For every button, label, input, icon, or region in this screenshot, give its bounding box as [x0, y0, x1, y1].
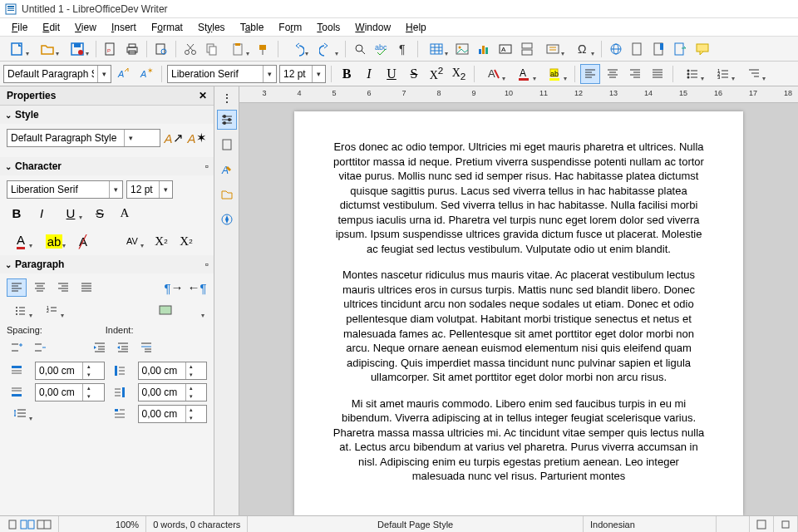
copy-button[interactable] — [202, 39, 222, 59]
new-style-button[interactable]: A✶ — [136, 64, 156, 84]
increase-indent-icon[interactable] — [90, 338, 110, 357]
hanging-indent-icon[interactable] — [136, 338, 156, 357]
insert-hyperlink-button[interactable] — [606, 39, 626, 59]
decrease-indent-icon[interactable] — [113, 338, 133, 357]
menu-styles[interactable]: Styles — [191, 20, 232, 35]
clone-formatting-button[interactable] — [254, 39, 273, 59]
insert-symbol-button[interactable]: Ω — [569, 39, 597, 59]
char-spacing-button[interactable]: A͏V — [118, 232, 146, 250]
menu-edit[interactable]: Edit — [36, 20, 66, 35]
tab-properties[interactable] — [217, 110, 237, 130]
style-combo[interactable]: ▾ — [7, 129, 160, 147]
font-color-button[interactable]: A — [510, 64, 539, 84]
update-style-button[interactable]: A — [114, 64, 134, 84]
uppercase-button[interactable]: A — [115, 204, 135, 222]
number-list-button[interactable]: 123 — [709, 64, 737, 84]
indent-first-field[interactable]: ▴▾ — [138, 405, 208, 423]
clear-formatting-button[interactable]: A — [480, 64, 508, 84]
paragraph[interactable]: Eros donec ac odio tempor. Ultricies mi … — [331, 140, 707, 256]
insert-table-button[interactable] — [422, 39, 451, 59]
para-align-left[interactable] — [7, 278, 27, 297]
insert-mode[interactable] — [717, 516, 750, 532]
menu-file[interactable]: File — [5, 20, 34, 35]
paragraph-section-header[interactable]: ⌄Paragraph ▫ — [0, 255, 214, 273]
paragraph[interactable]: Mi sit amet mauris commodo. Libero enim … — [331, 397, 707, 484]
align-justify-button[interactable] — [648, 64, 667, 84]
bullet-list-button[interactable] — [678, 64, 707, 84]
superscript-button[interactable]: X2 — [426, 64, 446, 84]
menu-view[interactable]: View — [68, 20, 103, 35]
para-align-justify[interactable] — [76, 278, 96, 297]
indent-left-field[interactable]: ▴▾ — [138, 362, 208, 380]
undo-button[interactable] — [283, 39, 311, 59]
ltr-button[interactable]: ¶→ — [164, 278, 184, 297]
increase-spacing-icon[interactable] — [7, 338, 27, 357]
export-pdf-button[interactable]: P — [101, 39, 121, 59]
para-style-input[interactable] — [4, 66, 97, 82]
menu-tools[interactable]: Tools — [310, 20, 347, 35]
insert-field-button[interactable] — [539, 39, 567, 59]
selection-mode[interactable] — [750, 516, 774, 532]
highlight-button[interactable]: ab — [541, 64, 569, 84]
bullet-list-button[interactable] — [7, 302, 35, 320]
tab-page[interactable] — [217, 135, 237, 155]
page-style[interactable]: Default Page Style — [248, 516, 584, 532]
bold-button[interactable]: B — [7, 204, 27, 222]
italic-button[interactable]: I — [359, 64, 379, 84]
chevron-down-icon[interactable]: ▾ — [159, 181, 172, 198]
align-right-button[interactable] — [625, 64, 645, 84]
more-options-icon[interactable]: ▫ — [205, 259, 209, 270]
sidebar-menu-icon[interactable]: ⋮ — [221, 91, 233, 105]
close-panel-button[interactable]: ✕ — [199, 90, 207, 101]
decrease-spacing-icon[interactable] — [30, 338, 50, 357]
open-button[interactable] — [33, 39, 62, 59]
superscript-button[interactable]: X2 — [151, 232, 171, 250]
menu-format[interactable]: Format — [145, 20, 190, 35]
signature-status[interactable] — [774, 516, 798, 532]
chevron-down-icon[interactable]: ▾ — [97, 66, 111, 82]
highlight-button[interactable]: ab — [40, 232, 68, 250]
new-style-icon[interactable]: A✶ — [187, 129, 207, 147]
strikethrough-button[interactable]: S — [90, 204, 110, 222]
font-name-input[interactable] — [168, 66, 263, 82]
subscript-button[interactable]: X2 — [176, 232, 196, 250]
para-align-center[interactable] — [30, 278, 50, 297]
formatting-marks-button[interactable]: ¶ — [393, 39, 413, 59]
horizontal-ruler[interactable]: 3456789101112131415161718 — [239, 86, 798, 103]
insert-chart-button[interactable] — [474, 39, 494, 59]
space-below-field[interactable]: ▴▾ — [35, 383, 105, 401]
spellcheck-button[interactable]: abc — [372, 39, 392, 59]
number-list-button[interactable]: 12 — [38, 302, 66, 320]
multi-page-icon[interactable] — [20, 520, 35, 530]
insert-image-button[interactable] — [452, 39, 472, 59]
update-style-icon[interactable]: A↗ — [164, 129, 184, 147]
print-preview-button[interactable] — [151, 39, 171, 59]
char-font-combo[interactable]: ▾ — [7, 180, 123, 199]
new-button[interactable] — [3, 39, 32, 59]
cut-button[interactable] — [180, 39, 200, 59]
font-size-input[interactable] — [280, 66, 312, 82]
paste-button[interactable] — [224, 39, 252, 59]
insert-footnote-button[interactable] — [628, 39, 648, 59]
style-section-header[interactable]: ⌄Style — [0, 106, 214, 124]
font-name-combo[interactable]: ▾ — [167, 65, 277, 83]
italic-button[interactable]: I — [32, 204, 52, 222]
font-size-combo[interactable]: ▾ — [279, 65, 326, 83]
zoom-level[interactable]: 100% — [109, 516, 146, 532]
bg-color-button[interactable] — [155, 302, 175, 320]
outline-button[interactable] — [740, 64, 768, 84]
para-style-combo[interactable]: ▾ — [3, 65, 111, 83]
print-button[interactable] — [122, 39, 142, 59]
menu-form[interactable]: Form — [272, 20, 308, 35]
menu-help[interactable]: Help — [399, 20, 433, 35]
redo-button[interactable] — [313, 39, 341, 59]
tab-navigator[interactable] — [217, 209, 237, 229]
page[interactable]: Eros donec ac odio tempor. Ultricies mi … — [294, 111, 743, 515]
align-center-button[interactable] — [603, 64, 623, 84]
insert-textbox-button[interactable]: A — [495, 39, 515, 59]
insert-crossref-button[interactable] — [671, 39, 691, 59]
chevron-down-icon[interactable]: ▾ — [124, 130, 137, 146]
language[interactable]: Indonesian — [584, 516, 717, 532]
word-count[interactable]: 0 words, 0 characters — [146, 516, 248, 532]
insert-pagebreak-button[interactable] — [517, 39, 537, 59]
